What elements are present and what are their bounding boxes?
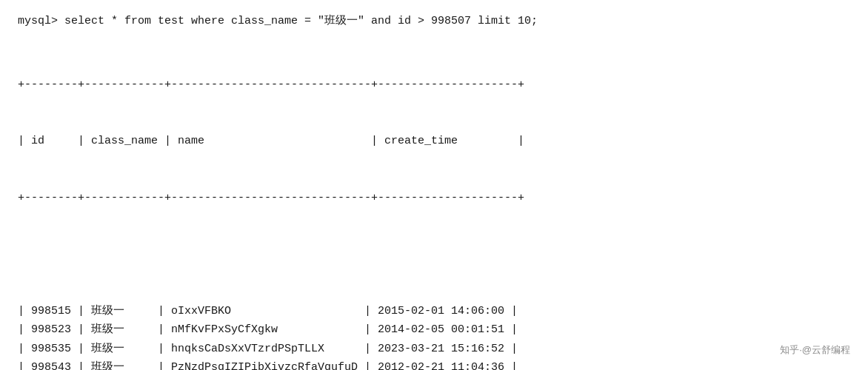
table-header: | id | class_name | name | create_time | — [18, 132, 850, 151]
table-output: +--------+------------+-----------------… — [18, 38, 850, 371]
table-rows: | 998515 | 班级一 | oIxxVFBKO | 2015-02-01 … — [18, 245, 850, 370]
separator-top: +--------+------------+-----------------… — [18, 75, 850, 95]
terminal-output: mysql> select * from test where class_na… — [18, 13, 850, 370]
table-row: | 998515 | 班级一 | oIxxVFBKO | 2015-02-01 … — [18, 302, 850, 321]
watermark: 知乎·@云舒编程 — [780, 343, 850, 357]
table-row: | 998535 | 班级一 | hnqksCaDsXxVTzrdPSpTLLX… — [18, 340, 850, 359]
table-row: | 998523 | 班级一 | nMfKvFPxSyCfXgkw | 2014… — [18, 320, 850, 340]
separator-header: +--------+------------+-----------------… — [18, 189, 850, 208]
table-row: | 998543 | 班级一 | PzNzdPsgIZIPibXivzcRfaV… — [18, 358, 850, 370]
sql-command: mysql> select * from test where class_na… — [18, 13, 850, 30]
